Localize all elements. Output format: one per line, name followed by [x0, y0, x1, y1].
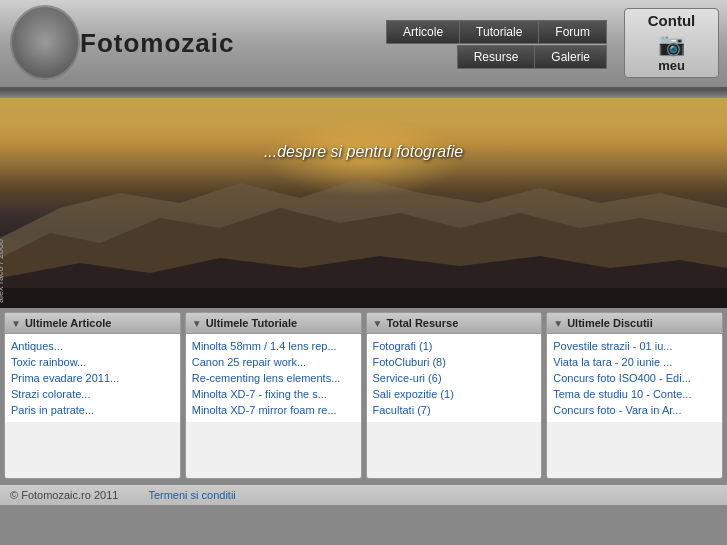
list-item[interactable]: Service-uri (6): [373, 370, 536, 386]
hero-photo: ...despre si pentru fotografie alex raco…: [0, 98, 727, 308]
panel-tutoriale-body: Minolta 58mm / 1.4 lens rep... Canon 25 …: [186, 334, 361, 422]
photo-credit: alex raco / 2008: [0, 239, 5, 303]
panel-articole-arrow: ▼: [11, 318, 21, 329]
panel-discutii-title: Ultimele Discutii: [567, 317, 653, 329]
panel-articole-title: Ultimele Articole: [25, 317, 111, 329]
list-item[interactable]: Viata la tara - 20 iunie ...: [553, 354, 716, 370]
list-item[interactable]: Tema de studiu 10 - Conte...: [553, 386, 716, 402]
panel-resurse-arrow: ▼: [373, 318, 383, 329]
panel-tutoriale: ▼ Ultimele Tutoriale Minolta 58mm / 1.4 …: [185, 312, 362, 479]
panel-tutoriale-header: ▼ Ultimele Tutoriale: [186, 313, 361, 334]
camera-icon: 📷: [658, 32, 685, 58]
nav-bottom: Resurse Galerie: [457, 45, 607, 69]
panel-resurse: ▼ Total Resurse Fotografi (1) FotoClubur…: [366, 312, 543, 479]
panel-tutoriale-title: Ultimele Tutoriale: [206, 317, 297, 329]
list-item[interactable]: Canon 25 repair work...: [192, 354, 355, 370]
panel-tutoriale-arrow: ▼: [192, 318, 202, 329]
logo-decoration: [10, 5, 80, 80]
panel-discutii-body: Povestile strazii - 01 iu... Viata la ta…: [547, 334, 722, 422]
list-item[interactable]: Strazi colorate...: [11, 386, 174, 402]
panel-discutii: ▼ Ultimele Discutii Povestile strazii - …: [546, 312, 723, 479]
svg-rect-3: [0, 288, 727, 308]
list-item[interactable]: Toxic rainbow...: [11, 354, 174, 370]
header: Fotomozaic Articole Tutoriale Forum Resu…: [0, 0, 727, 90]
list-item[interactable]: Minolta 58mm / 1.4 lens rep...: [192, 338, 355, 354]
panel-discutii-arrow: ▼: [553, 318, 563, 329]
list-item[interactable]: Concurs foto ISO400 - Edi...: [553, 370, 716, 386]
list-item[interactable]: FotoCluburi (8): [373, 354, 536, 370]
list-item[interactable]: Fotografi (1): [373, 338, 536, 354]
nav-resurse[interactable]: Resurse: [457, 45, 535, 69]
footer-terms[interactable]: Termeni si conditii: [148, 489, 235, 501]
list-item[interactable]: Concurs foto - Vara in Ar...: [553, 402, 716, 418]
footer: © Fotomozaic.ro 2011 Termeni si conditii: [0, 483, 727, 505]
account-label-top: Contul: [648, 13, 695, 30]
logo: Fotomozaic: [80, 28, 234, 59]
list-item[interactable]: Povestile strazii - 01 iu...: [553, 338, 716, 354]
list-item[interactable]: Re-cementing lens elements...: [192, 370, 355, 386]
panel-articole-header: ▼ Ultimele Articole: [5, 313, 180, 334]
nav-tutoriale[interactable]: Tutoriale: [459, 20, 538, 44]
photo-tagline: ...despre si pentru fotografie: [0, 143, 727, 161]
list-item[interactable]: Minolta XD-7 mirror foam re...: [192, 402, 355, 418]
panels-row: ▼ Ultimele Articole Antiques... Toxic ra…: [0, 308, 727, 483]
list-item[interactable]: Facultati (7): [373, 402, 536, 418]
list-item[interactable]: Prima evadare 2011...: [11, 370, 174, 386]
list-item[interactable]: Antiques...: [11, 338, 174, 354]
nav-forum[interactable]: Forum: [538, 20, 607, 44]
panel-articole-body: Antiques... Toxic rainbow... Prima evada…: [5, 334, 180, 422]
nav-top: Articole Tutoriale Forum: [386, 20, 607, 44]
panel-resurse-title: Total Resurse: [386, 317, 458, 329]
list-item[interactable]: Minolta XD-7 - fixing the s...: [192, 386, 355, 402]
separator: [0, 90, 727, 98]
panel-articole: ▼ Ultimele Articole Antiques... Toxic ra…: [4, 312, 181, 479]
nav-galerie[interactable]: Galerie: [534, 45, 607, 69]
panel-resurse-header: ▼ Total Resurse: [367, 313, 542, 334]
footer-copyright: © Fotomozaic.ro 2011: [10, 489, 118, 501]
list-item[interactable]: Paris in patrate...: [11, 402, 174, 418]
panel-resurse-body: Fotografi (1) FotoCluburi (8) Service-ur…: [367, 334, 542, 422]
nav-articole[interactable]: Articole: [386, 20, 459, 44]
account-label-bottom: meu: [658, 58, 685, 73]
panel-discutii-header: ▼ Ultimele Discutii: [547, 313, 722, 334]
list-item[interactable]: Sali expozitie (1): [373, 386, 536, 402]
account-button[interactable]: Contul 📷 meu: [624, 8, 719, 78]
